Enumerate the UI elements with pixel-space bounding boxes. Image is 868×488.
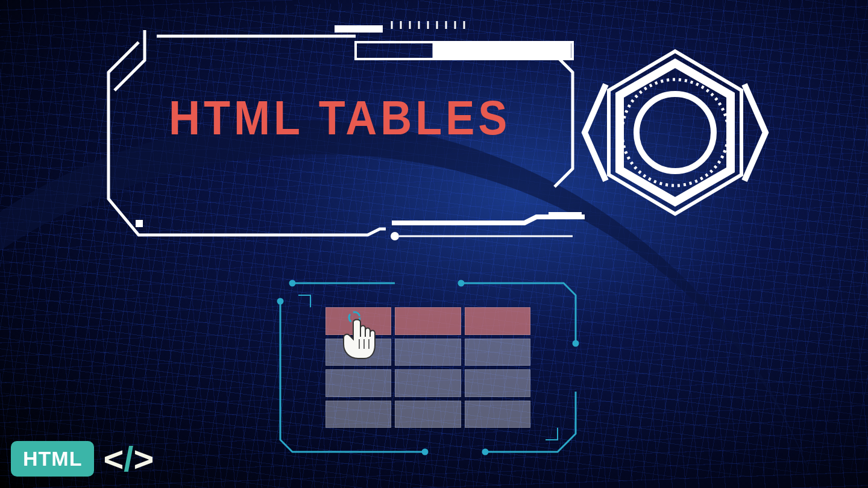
svg-rect-2: [335, 25, 383, 33]
svg-point-24: [278, 299, 283, 304]
table-cell: [395, 401, 461, 428]
table-cell: [326, 401, 391, 428]
table-header-cell: [465, 307, 530, 335]
table-cell: [465, 369, 530, 397]
svg-rect-12: [136, 220, 143, 227]
svg-point-25: [423, 449, 427, 454]
html-badge-label: HTML: [11, 441, 94, 477]
html-badge: HTML </>: [11, 439, 154, 479]
svg-rect-1: [434, 45, 570, 57]
angle-right: >: [133, 439, 154, 479]
svg-rect-15: [549, 212, 582, 216]
table-cell: [465, 401, 530, 428]
hexagon-gauge-icon: [579, 36, 772, 229]
table-header-cell: [395, 307, 461, 335]
table-cell: [326, 369, 391, 397]
svg-point-23: [573, 341, 578, 346]
svg-point-21: [290, 281, 295, 286]
svg-point-13: [391, 232, 399, 240]
table-preview-panel: [274, 271, 582, 470]
svg-marker-16: [609, 51, 741, 214]
page-title: HTML TABLES: [169, 91, 561, 145]
code-brackets-icon: </>: [103, 439, 154, 479]
slash: /: [124, 439, 133, 479]
svg-point-26: [483, 449, 488, 454]
pointer-cursor-icon: [338, 310, 380, 361]
svg-point-22: [459, 281, 464, 286]
table-cell: [395, 339, 461, 366]
table-cell: [395, 369, 461, 397]
svg-point-20: [637, 94, 714, 171]
svg-point-18: [627, 84, 723, 181]
angle-left: <: [103, 439, 124, 479]
table-cell: [465, 339, 530, 366]
